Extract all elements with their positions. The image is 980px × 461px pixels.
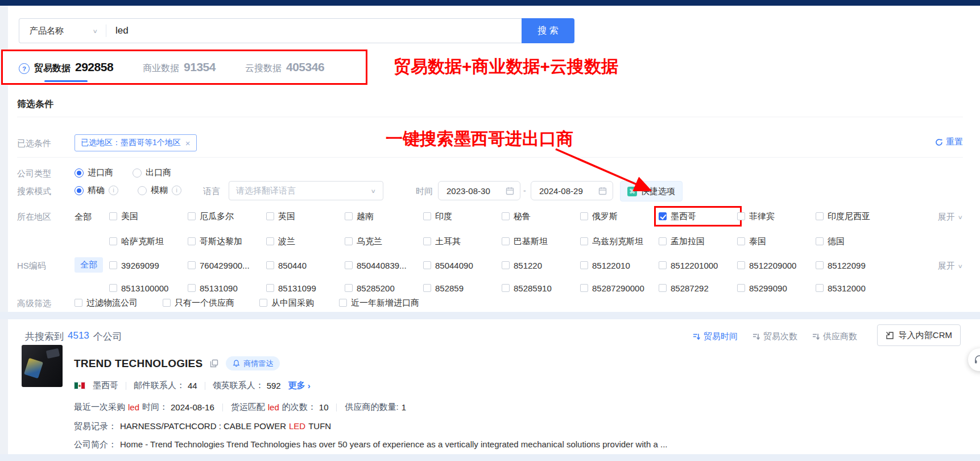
region-all-button[interactable]: 全部	[75, 212, 92, 223]
advanced-checkbox[interactable]: 过滤物流公司	[75, 297, 138, 308]
close-icon[interactable]: ×	[185, 138, 191, 148]
sort-trade-time[interactable]: 贸易时间	[693, 331, 738, 342]
customer-service-button[interactable]	[968, 348, 980, 371]
region-checkbox[interactable]: 波兰	[266, 236, 345, 247]
company-thumbnail[interactable]	[22, 345, 63, 387]
chevron-down-icon: ∨	[92, 28, 98, 33]
company-type-label: 公司类型	[17, 168, 51, 179]
company-name[interactable]: TREND TECHNOLOGIES	[74, 357, 202, 370]
sort-trade-count[interactable]: 贸易次数	[752, 331, 797, 342]
region-checkbox[interactable]: 土耳其	[423, 236, 502, 247]
tab-trade-data[interactable]: ? 贸易数据 292858	[19, 60, 113, 75]
region-checkbox[interactable]: 厄瓜多尔	[188, 211, 266, 222]
reset-button[interactable]: 重置	[935, 137, 963, 147]
region-checkbox[interactable]: 泰国	[737, 236, 816, 247]
calendar-icon	[506, 187, 514, 195]
region-checkbox[interactable]: 秘鲁	[502, 211, 580, 222]
hs-checkbox[interactable]: 39269099	[109, 260, 188, 271]
shipment-match-label-2: 的次数：	[282, 402, 316, 413]
purchase-info-row: 最近一次采购 led 时间： 2024-08-16 货运匹配 led 的次数： …	[74, 402, 406, 413]
checkbox-icon	[580, 284, 588, 292]
region-checkbox[interactable]: 哥斯达黎加	[188, 236, 266, 247]
advanced-checkbox[interactable]: 从中国采购	[259, 297, 314, 308]
hs-checkbox[interactable]: 85122099	[816, 260, 894, 271]
region-checkbox[interactable]: 印度尼西亚	[816, 211, 894, 222]
hs-checkbox[interactable]: 85131090	[188, 282, 266, 294]
trade-record-text-2: TUFN	[308, 421, 331, 432]
hs-checkbox[interactable]: 85122010	[580, 260, 659, 271]
info-icon[interactable]: i	[172, 186, 181, 195]
trade-record-row: 贸易记录： HARNESS/PATCHCORD : CABLE POWER LE…	[74, 421, 331, 432]
hs-checkbox[interactable]: 85287292	[659, 282, 737, 294]
email-contacts-value: 44	[188, 381, 197, 390]
language-label: 语言	[203, 186, 220, 197]
region-checkbox[interactable]: 巴基斯坦	[502, 236, 580, 247]
region-checkbox[interactable]: 乌克兰	[345, 236, 423, 247]
radio-fuzzy[interactable]: 模糊 i	[138, 185, 181, 196]
checkbox-icon	[188, 212, 196, 220]
checkbox-icon	[188, 284, 196, 292]
quick-options-button[interactable]: ⌘ 快捷选项	[620, 181, 683, 201]
region-checkbox[interactable]: 墨西哥	[659, 211, 737, 222]
region-checkbox[interactable]: 美国	[109, 211, 188, 222]
hs-checkbox[interactable]: 85044090	[423, 260, 502, 271]
hs-expand-button[interactable]: 展开 ∨	[937, 261, 963, 271]
copy-icon[interactable]	[210, 359, 218, 368]
radio-exact[interactable]: 精确 i	[75, 185, 118, 196]
selected-region-tag[interactable]: 已选地区：墨西哥等1个地区 ×	[75, 134, 197, 151]
hs-checkbox[interactable]: 760429900...	[188, 260, 266, 271]
hs-checkbox[interactable]: 85285200	[345, 282, 423, 294]
hs-all-button[interactable]: 全部	[75, 257, 103, 273]
last-purchase: 最近一次采购 led 时间： 2024-08-16	[74, 402, 214, 413]
search-input[interactable]	[106, 19, 522, 43]
language-select[interactable]: 请选择翻译语言 ∨	[229, 181, 383, 200]
tab-business-data[interactable]: 商业数据 91354	[143, 60, 216, 75]
region-checkbox[interactable]: 菲律宾	[737, 211, 816, 222]
info-icon[interactable]: i	[109, 186, 118, 195]
region-checkbox[interactable]: 英国	[266, 211, 345, 222]
divider	[17, 117, 963, 117]
advanced-checkbox[interactable]: 只有一个供应商	[163, 297, 234, 308]
region-checkbox[interactable]: 孟加拉国	[659, 236, 737, 247]
question-icon[interactable]: ?	[19, 63, 30, 74]
divider	[17, 157, 963, 158]
advanced-filter-options: 过滤物流公司 只有一个供应商 从中国采购 近一年新增进口商	[75, 297, 419, 308]
tab-cloud-search-data[interactable]: 云搜数据 405346	[245, 60, 324, 75]
search-field-select[interactable]: 产品名称 ∨	[19, 19, 106, 43]
region-checkbox[interactable]: 乌兹别克斯坦	[580, 236, 659, 247]
region-checkbox[interactable]: 印度	[423, 211, 502, 222]
checkbox-icon	[423, 237, 431, 245]
sort-label: 贸易时间	[704, 331, 738, 342]
start-date-input[interactable]: 2023-08-30	[438, 181, 520, 200]
hs-checkbox[interactable]: 851220	[502, 260, 580, 271]
hs-checkbox[interactable]: 850440	[266, 260, 345, 271]
hs-checkbox[interactable]: 85287290000	[580, 282, 659, 294]
region-checkbox[interactable]: 德国	[816, 236, 894, 247]
hs-checkbox[interactable]: 85312000	[816, 282, 894, 294]
search-button[interactable]: 搜 索	[522, 18, 574, 43]
radio-exporter[interactable]: 出口商	[133, 167, 171, 178]
hs-checkbox[interactable]: 8512201000	[659, 260, 737, 271]
more-link[interactable]: 更多 ›	[288, 380, 311, 391]
region-checkbox[interactable]: 哈萨克斯坦	[109, 236, 188, 247]
import-crm-button[interactable]: 导入内部CRM	[877, 324, 961, 346]
radar-badge[interactable]: 商情雷达	[226, 356, 280, 371]
region-checkbox[interactable]: 俄罗斯	[580, 211, 659, 222]
hs-checkbox[interactable]: 8513100000	[109, 282, 188, 294]
region-expand-button[interactable]: 展开 ∨	[937, 212, 963, 223]
end-date-input[interactable]: 2024-08-29	[531, 181, 613, 200]
sort-supplier-count[interactable]: 供应商数	[812, 331, 857, 342]
hs-checkbox[interactable]: 85285910	[502, 282, 580, 294]
hs-checkbox[interactable]: 850440839...	[345, 260, 423, 271]
radio-importer[interactable]: 进口商	[75, 167, 113, 178]
radio-label: 精确	[88, 185, 105, 196]
hs-checkbox[interactable]: 85299090	[737, 282, 816, 294]
advanced-checkbox[interactable]: 近一年新增进口商	[339, 297, 419, 308]
checkbox-label: 85285200	[357, 283, 395, 293]
checkbox-icon	[659, 212, 667, 220]
hs-checkbox[interactable]: 85131099	[266, 282, 345, 294]
hs-checkbox[interactable]: 8512209000	[737, 260, 816, 271]
divider	[205, 382, 205, 390]
hs-checkbox[interactable]: 852859	[423, 282, 502, 294]
region-checkbox[interactable]: 越南	[345, 211, 423, 222]
